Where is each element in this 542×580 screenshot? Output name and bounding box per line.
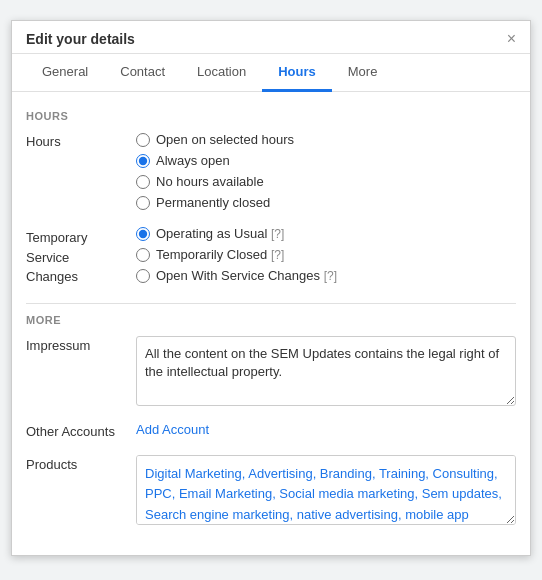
service-option-open-with-changes-label: Open With Service Changes [?] xyxy=(156,268,337,283)
hours-radio-no-hours[interactable] xyxy=(136,175,150,189)
hours-option-open-selected-label: Open on selected hours xyxy=(156,132,294,147)
tab-contact[interactable]: Contact xyxy=(104,54,181,92)
temporary-service-row: Temporary Service Changes Operating as U… xyxy=(26,226,516,287)
add-account-link[interactable]: Add Account xyxy=(136,422,209,437)
hours-section-label: HOURS xyxy=(26,110,516,122)
temporary-service-radio-group: Operating as Usual [?] Temporarily Close… xyxy=(136,226,337,283)
products-label: Products xyxy=(26,455,136,472)
service-option-temporarily-closed[interactable]: Temporarily Closed [?] xyxy=(136,247,337,262)
tab-location[interactable]: Location xyxy=(181,54,262,92)
operating-usual-help: [?] xyxy=(271,227,284,241)
other-accounts-label: Other Accounts xyxy=(26,422,136,439)
close-button[interactable]: × xyxy=(507,31,516,47)
hours-option-open-selected[interactable]: Open on selected hours xyxy=(136,132,294,147)
hours-option-no-hours-label: No hours available xyxy=(156,174,264,189)
hours-radio-permanently-closed[interactable] xyxy=(136,196,150,210)
hours-radio-group: Open on selected hours Always open No ho… xyxy=(136,132,294,210)
modal-header: Edit your details × xyxy=(12,21,530,54)
tab-general[interactable]: General xyxy=(26,54,104,92)
tab-more[interactable]: More xyxy=(332,54,394,92)
modal-title: Edit your details xyxy=(26,31,135,47)
service-option-open-with-changes[interactable]: Open With Service Changes [?] xyxy=(136,268,337,283)
temporary-service-label: Temporary Service Changes xyxy=(26,226,136,287)
hours-row: Hours Open on selected hours Always open… xyxy=(26,132,516,210)
open-with-changes-help: [?] xyxy=(324,269,337,283)
service-radio-operating-usual[interactable] xyxy=(136,227,150,241)
temporarily-closed-help: [?] xyxy=(271,248,284,262)
hours-label: Hours xyxy=(26,132,136,149)
other-accounts-row: Other Accounts Add Account xyxy=(26,422,516,439)
hours-option-permanently-closed[interactable]: Permanently closed xyxy=(136,195,294,210)
section-divider xyxy=(26,303,516,304)
modal-content: HOURS Hours Open on selected hours Alway… xyxy=(12,92,530,555)
products-row: Products xyxy=(26,455,516,525)
impressum-textarea[interactable] xyxy=(136,336,516,406)
impressum-label: Impressum xyxy=(26,336,136,353)
service-option-temporarily-closed-label: Temporarily Closed [?] xyxy=(156,247,284,262)
edit-details-modal: Edit your details × General Contact Loca… xyxy=(11,20,531,556)
hours-option-always-open[interactable]: Always open xyxy=(136,153,294,168)
hours-option-permanently-closed-label: Permanently closed xyxy=(156,195,270,210)
more-section-label: MORE xyxy=(26,314,516,326)
impressum-row: Impressum xyxy=(26,336,516,406)
hours-option-no-hours[interactable]: No hours available xyxy=(136,174,294,189)
products-textarea[interactable] xyxy=(136,455,516,525)
hours-option-always-open-label: Always open xyxy=(156,153,230,168)
service-radio-temporarily-closed[interactable] xyxy=(136,248,150,262)
service-radio-open-with-changes[interactable] xyxy=(136,269,150,283)
tab-hours[interactable]: Hours xyxy=(262,54,332,92)
tab-bar: General Contact Location Hours More xyxy=(12,54,530,92)
service-option-operating-usual-label: Operating as Usual [?] xyxy=(156,226,284,241)
service-option-operating-usual[interactable]: Operating as Usual [?] xyxy=(136,226,337,241)
hours-radio-always-open[interactable] xyxy=(136,154,150,168)
hours-radio-open-selected[interactable] xyxy=(136,133,150,147)
